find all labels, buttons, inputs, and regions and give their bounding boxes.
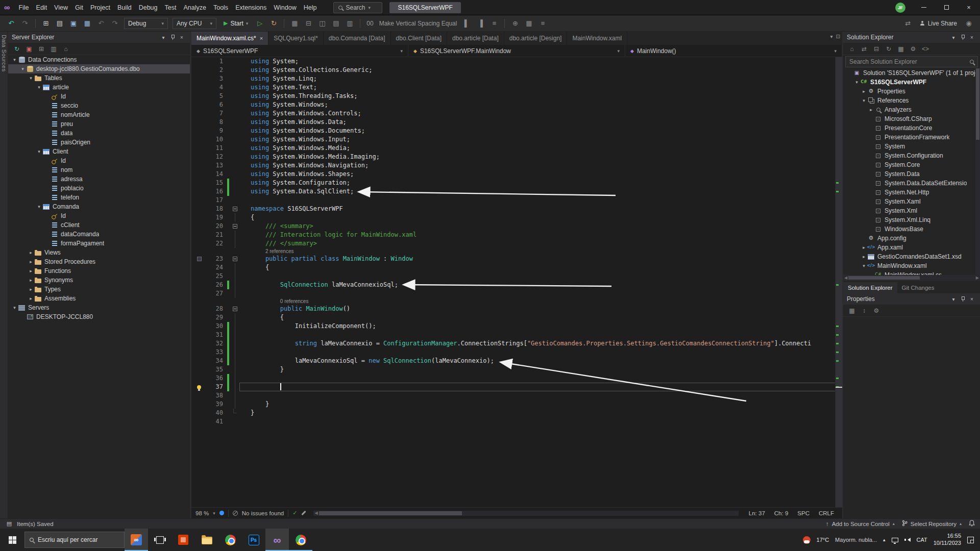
solution-explorer-item-solution-s16sqlserverwpf-1-of-1-proje[interactable]: ▣Solution 'S16SQLServerWPF' (1 of 1 proj…: [843, 68, 980, 78]
photoshop-icon[interactable]: Ps: [242, 529, 265, 551]
server-explorer-item-paisorigen[interactable]: paisOrigen: [8, 138, 190, 147]
pin-icon[interactable]: [958, 294, 967, 304]
code-line-32[interactable]: 32 string laMevaConnexio = Configuration…: [191, 339, 842, 348]
code-line-23[interactable]: 23 public partial class MainWindow : Win…: [191, 255, 842, 263]
server-explorer-item-desktop-jccl880-gestiocomandes-dbo[interactable]: ▾desktop-jccl880.GestioComandes.dbo: [8, 64, 190, 73]
code-line-39[interactable]: 39 }: [191, 400, 842, 409]
code-line-17[interactable]: 17: [191, 196, 842, 205]
code-line-41[interactable]: 41: [191, 417, 842, 426]
code-line-31[interactable]: 31: [191, 331, 842, 339]
solution-explorer-item-system-xml[interactable]: System.Xml: [843, 206, 980, 215]
server-explorer-item-comanda[interactable]: ▾Comanda: [8, 202, 190, 211]
code-line-24[interactable]: 24 {: [191, 263, 842, 272]
scroll-right-icon[interactable]: ▶: [975, 276, 980, 280]
window-position-icon[interactable]: ▾: [949, 294, 958, 304]
server-explorer-item-datacomanda[interactable]: dataComanda: [8, 230, 190, 239]
tab-dbo-article-design[interactable]: dbo.article [Design]: [504, 32, 568, 45]
issues-label[interactable]: No issues found: [242, 510, 284, 516]
code-line-9[interactable]: 9using System.Windows.Documents;: [191, 127, 842, 135]
menu-file[interactable]: File: [15, 2, 32, 13]
weather-condition[interactable]: Mayorm. nubla...: [835, 537, 877, 543]
grid-options-icon[interactable]: ▦: [523, 17, 535, 30]
server-explorer-item-synonyms[interactable]: ▸Synonyms: [8, 276, 190, 285]
add-to-source-control[interactable]: ↑ Add to Source Control ▴: [826, 521, 895, 527]
code-line-7[interactable]: 7using System.Windows.Controls;: [191, 109, 842, 118]
solution-explorer-item-app-xaml[interactable]: ▸</>App.xaml: [843, 243, 980, 252]
add-connection-icon[interactable]: ⊞: [36, 44, 47, 54]
solution-explorer-item-s16sqlserverwpf[interactable]: ▾C#S16SQLServerWPF: [843, 78, 980, 87]
weather-icon[interactable]: [803, 536, 811, 544]
menu-window[interactable]: Window: [270, 2, 300, 13]
clock[interactable]: 16:55 10/11/2023: [934, 533, 961, 547]
zoom-tool-icon[interactable]: ⊕: [509, 17, 521, 30]
editor-vertical-scrollbar[interactable]: [835, 57, 842, 507]
server-explorer-item-views[interactable]: ▸Views: [8, 248, 190, 257]
expand-arrow-icon[interactable]: ▸: [861, 254, 867, 259]
select-repository[interactable]: Select Repository ▴: [902, 520, 962, 528]
close-button[interactable]: ×: [958, 0, 980, 15]
code-line-16[interactable]: 16using System.Data.SqlClient;: [191, 187, 842, 196]
tab-mainwindow-xaml-cs[interactable]: MainWindow.xaml.cs*×: [191, 32, 268, 45]
code-line-4[interactable]: 4using System.Text;: [191, 83, 842, 92]
code-line-15[interactable]: 15using System.Configuration;: [191, 179, 842, 187]
solution-explorer-item-references[interactable]: ▾References: [843, 96, 980, 105]
volume-icon[interactable]: [904, 537, 911, 542]
code-line-33[interactable]: 33: [191, 348, 842, 357]
collapse-arrow-icon[interactable]: ▾: [11, 57, 18, 62]
server-explorer-item-id[interactable]: Id: [8, 156, 190, 165]
code-line-30[interactable]: 30 InitializeComponent();: [191, 322, 842, 331]
menu-project[interactable]: Project: [87, 2, 114, 13]
solution-explorer-item-mainwindow-xaml-cs[interactable]: C#MainWindow.xaml.cs: [843, 270, 980, 275]
solution-explorer-item-app-config[interactable]: ⚙App.config: [843, 234, 980, 243]
home-icon[interactable]: ⌂: [846, 44, 857, 54]
code-line-20[interactable]: 20 /// <summary>: [191, 222, 842, 231]
breadcrumb-project[interactable]: ◆S16SQLServerWPF▾: [191, 45, 408, 57]
code-line-3[interactable]: 3using System.Linq;: [191, 74, 842, 83]
server-explorer-item-id[interactable]: Id: [8, 211, 190, 220]
menu-view[interactable]: View: [51, 2, 71, 13]
collapse-arrow-icon[interactable]: ▾: [11, 305, 18, 310]
solution-explorer-item-analyzers[interactable]: ▸Analyzers: [843, 105, 980, 114]
expand-arrow-icon[interactable]: ▸: [868, 107, 874, 112]
solution-explorer-item-system-net-http[interactable]: System.Net.Http: [843, 188, 980, 197]
visual-studio-icon[interactable]: ∞: [265, 529, 289, 551]
navigate-back-icon[interactable]: ↶: [5, 17, 17, 30]
solution-explorer-item-system-configuration[interactable]: System.Configuration: [843, 151, 980, 160]
pin-icon[interactable]: [168, 33, 177, 42]
zoom-level[interactable]: 98 %: [195, 510, 209, 516]
live-share-button[interactable]: Live Share: [920, 20, 957, 27]
collapse-arrow-icon[interactable]: ▾: [861, 263, 867, 268]
server-explorer-item-telefon[interactable]: telefon: [8, 193, 190, 202]
code-line-1[interactable]: 1using System;: [191, 57, 842, 66]
code-line-26[interactable]: 26 SqlConnection laMevaConnexioSql;: [191, 281, 842, 289]
code-line-28[interactable]: 28 public MainWindow(): [191, 305, 842, 313]
scrollbar-thumb[interactable]: [319, 511, 462, 515]
server-explorer-item-cclient[interactable]: cClient: [8, 220, 190, 230]
auto-hide-icon[interactable]: ⌂: [60, 44, 71, 54]
menu-build[interactable]: Build: [114, 2, 135, 13]
code-line-29[interactable]: 29 {: [191, 313, 842, 322]
start-button[interactable]: [0, 529, 24, 551]
server-explorer-item-seccio[interactable]: seccio: [8, 101, 190, 110]
breadcrumb-class[interactable]: ◆S16SQLServerWPF.MainWindow▾: [408, 45, 625, 57]
outline-collapse-icon[interactable]: [230, 205, 239, 213]
outline-collapse-icon[interactable]: [230, 305, 239, 313]
server-explorer-item-stored-procedures[interactable]: ▸Stored Procedures: [8, 257, 190, 266]
connect-to-database-icon[interactable]: ▥: [48, 44, 59, 54]
code-editor[interactable]: 1using System;2using System.Collections.…: [191, 57, 842, 507]
scroll-left-icon[interactable]: ◀: [843, 276, 848, 280]
codelens-references[interactable]: 0 references: [239, 298, 308, 305]
outline-collapse-icon[interactable]: [230, 222, 239, 231]
collapse-arrow-icon[interactable]: ▾: [36, 85, 42, 90]
tab-sqlquery1-sql[interactable]: SQLQuery1.sql*: [268, 32, 324, 45]
editor-horizontal-scrollbar[interactable]: ◀: [313, 511, 738, 516]
designer-rows-icon[interactable]: ▤: [330, 17, 342, 30]
margin-glyph-icon[interactable]: [191, 255, 207, 263]
sync-with-active-document-icon[interactable]: ↻: [883, 44, 894, 54]
tab-mainwindow-xaml[interactable]: MainWindow.xaml: [567, 32, 627, 45]
collapse-arrow-icon[interactable]: ▾: [19, 66, 26, 71]
server-explorer-item-client[interactable]: ▾Client: [8, 147, 190, 156]
expand-arrow-icon[interactable]: ▸: [28, 296, 34, 301]
titlebar-search[interactable]: Search ▾: [333, 2, 382, 13]
code-line-13[interactable]: 13using System.Windows.Navigation;: [191, 161, 842, 170]
